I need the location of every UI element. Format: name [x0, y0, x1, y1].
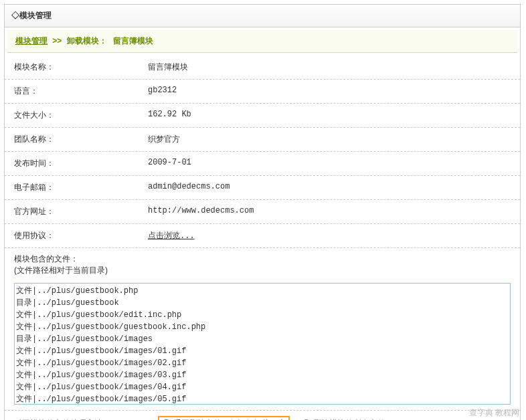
breadcrumb-module: 留言簿模块: [113, 36, 153, 45]
main-container: ◇模块管理 模块管理 >> 卸载模块： 留言簿模块 模块名称： 留言簿模块 语言…: [4, 4, 521, 420]
file-item: 目录|../plus/guestbook: [16, 297, 509, 309]
value-module-name: 留言簿模块: [148, 62, 511, 73]
content: 模块名称： 留言簿模块 语言： gb2312 文件大小： 162.92 Kb 团…: [5, 56, 520, 420]
watermark: 查字典 教程网: [469, 407, 519, 419]
file-item: 文件|../plus/guestbook/images/04.gif: [16, 381, 509, 393]
row-publish-date: 发布时间： 2009-7-01: [5, 152, 520, 176]
file-item: 文件|../plus/guestbook/images/01.gif: [16, 345, 509, 357]
file-item: 文件|../plus/guestbook/images/03.gif: [16, 369, 509, 381]
file-item: 目录|../plus/guestbook/images: [16, 333, 509, 345]
label-publish-date: 发布时间：: [14, 158, 148, 169]
value-url: http://www.dedecms.com: [148, 206, 511, 217]
label-team: 团队名称：: [14, 134, 148, 145]
row-license: 使用协议： 点击浏览...: [5, 224, 520, 248]
value-email: admin@dedecms.com: [148, 182, 511, 193]
row-language: 语言： gb2312: [5, 80, 520, 104]
file-section: 模块包含的文件： (文件路径相对于当前目录): [5, 248, 520, 282]
label-license: 使用协议：: [14, 230, 148, 241]
file-item: 文件|../plus/guestbook/images/02.gif: [16, 357, 509, 369]
row-filesize: 文件大小： 162.92 Kb: [5, 104, 520, 128]
value-filesize: 162.92 Kb: [148, 110, 511, 121]
file-item: 文件|../plus/guestbook/edit.inc.php: [16, 309, 509, 321]
value-team: 织梦官方: [148, 134, 511, 145]
breadcrumb: 模块管理 >> 卸载模块： 留言簿模块: [7, 30, 517, 53]
file-section-title: 模块包含的文件：: [14, 253, 511, 265]
label-url: 官方网址：: [14, 206, 148, 217]
label-filesize: 文件大小：: [14, 110, 148, 121]
row-module-name: 模块名称： 留言簿模块: [5, 56, 520, 80]
label-module-name: 模块名称：: [14, 62, 148, 73]
radio-group: 手工删除文件，仅运行卸载程序 删除模块的所有文件: [158, 416, 389, 420]
radio-option-manual[interactable]: 手工删除文件，仅运行卸载程序: [158, 416, 290, 420]
row-team: 团队名称： 织梦官方: [5, 128, 520, 152]
header: ◇模块管理: [5, 5, 520, 27]
breadcrumb-link[interactable]: 模块管理: [15, 36, 48, 45]
radio-option-deleteall[interactable]: 删除模块的所有文件: [298, 416, 389, 420]
label-language: 语言：: [14, 86, 148, 97]
file-item: 文件|../plus/guestbook/images/05.gif: [16, 393, 509, 405]
label-email: 电子邮箱：: [14, 182, 148, 193]
row-email: 电子邮箱： admin@dedecms.com: [5, 176, 520, 200]
value-language: gb2312: [148, 86, 511, 97]
value-license[interactable]: 点击浏览...: [148, 230, 511, 241]
row-url: 官方网址： http://www.dedecms.com: [5, 200, 520, 224]
value-publish-date: 2009-7-01: [148, 158, 511, 169]
file-list[interactable]: 文件|../plus/guestbook.php 目录|../plus/gues…: [14, 283, 511, 405]
breadcrumb-action: 卸载模块：: [67, 36, 107, 45]
breadcrumb-separator: >>: [52, 36, 62, 45]
radio-row: 对于模块的文件处理方法： 手工删除文件，仅运行卸载程序 删除模块的所有文件: [5, 410, 520, 420]
file-item: 文件|../plus/guestbook/guestbook.inc.php: [16, 321, 509, 333]
file-section-subtitle: (文件路径相对于当前目录): [14, 265, 511, 276]
page-title: ◇模块管理: [11, 11, 52, 20]
file-item: 文件|../plus/guestbook.php: [16, 285, 509, 297]
